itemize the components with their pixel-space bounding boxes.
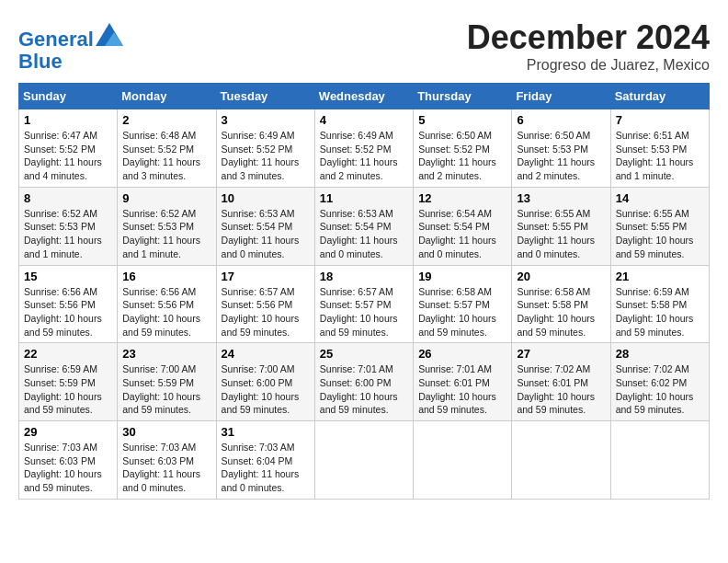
page-header: GeneralBlue December 2024 Progreso de Ju… [18, 18, 710, 74]
day-number: 7 [616, 113, 704, 127]
day-number: 30 [122, 425, 210, 439]
day-info: Sunrise: 6:53 AM Sunset: 5:54 PM Dayligh… [320, 207, 408, 261]
day-info: Sunrise: 6:52 AM Sunset: 5:53 PM Dayligh… [24, 207, 112, 261]
table-row: 11Sunrise: 6:53 AM Sunset: 5:54 PM Dayli… [314, 187, 413, 265]
table-row: 5Sunrise: 6:50 AM Sunset: 5:52 PM Daylig… [414, 109, 512, 188]
table-row: 24Sunrise: 7:00 AM Sunset: 6:00 PM Dayli… [216, 343, 314, 421]
day-info: Sunrise: 6:48 AM Sunset: 5:52 PM Dayligh… [122, 129, 210, 183]
calendar-week-5: 29Sunrise: 7:03 AM Sunset: 6:03 PM Dayli… [19, 421, 710, 500]
day-number: 24 [222, 347, 310, 361]
calendar-week-2: 8Sunrise: 6:52 AM Sunset: 5:53 PM Daylig… [19, 187, 710, 265]
col-sunday: Sunday [19, 84, 118, 109]
day-info: Sunrise: 6:49 AM Sunset: 5:52 PM Dayligh… [222, 129, 310, 183]
day-number: 29 [24, 425, 112, 439]
day-number: 2 [122, 113, 210, 127]
day-number: 8 [24, 191, 112, 205]
day-info: Sunrise: 6:58 AM Sunset: 5:57 PM Dayligh… [418, 285, 506, 339]
day-info: Sunrise: 6:51 AM Sunset: 5:53 PM Dayligh… [616, 129, 704, 183]
day-info: Sunrise: 7:02 AM Sunset: 6:02 PM Dayligh… [616, 362, 704, 417]
day-number: 25 [320, 347, 408, 361]
day-info: Sunrise: 7:03 AM Sunset: 6:03 PM Dayligh… [24, 441, 112, 495]
day-number: 31 [222, 425, 310, 439]
table-row: 17Sunrise: 6:57 AM Sunset: 5:56 PM Dayli… [216, 265, 314, 343]
day-number: 16 [122, 270, 210, 283]
table-row: 7Sunrise: 6:51 AM Sunset: 5:53 PM Daylig… [610, 109, 709, 188]
table-row: 25Sunrise: 7:01 AM Sunset: 6:00 PM Dayli… [314, 343, 413, 421]
logo-text: GeneralBlue [18, 23, 123, 73]
day-number: 14 [616, 191, 704, 205]
day-number: 1 [24, 113, 112, 127]
day-info: Sunrise: 6:54 AM Sunset: 5:54 PM Dayligh… [418, 207, 506, 261]
day-info: Sunrise: 7:03 AM Sunset: 6:04 PM Dayligh… [222, 441, 310, 495]
table-row: 13Sunrise: 6:55 AM Sunset: 5:55 PM Dayli… [512, 187, 610, 265]
day-number: 12 [418, 191, 506, 205]
day-info: Sunrise: 7:01 AM Sunset: 6:01 PM Dayligh… [418, 362, 506, 417]
table-row: 15Sunrise: 6:56 AM Sunset: 5:56 PM Dayli… [19, 265, 118, 343]
day-number: 10 [222, 191, 310, 205]
table-row [414, 421, 512, 500]
day-number: 17 [222, 270, 310, 283]
day-info: Sunrise: 6:56 AM Sunset: 5:56 PM Dayligh… [122, 285, 210, 339]
day-info: Sunrise: 7:00 AM Sunset: 6:00 PM Dayligh… [222, 362, 310, 417]
col-monday: Monday [118, 84, 216, 109]
table-row [314, 421, 413, 500]
day-info: Sunrise: 6:58 AM Sunset: 5:58 PM Dayligh… [517, 285, 605, 339]
table-row: 31Sunrise: 7:03 AM Sunset: 6:04 PM Dayli… [216, 421, 314, 500]
day-number: 23 [122, 347, 210, 361]
day-number: 11 [320, 191, 408, 205]
day-number: 27 [517, 347, 605, 361]
day-info: Sunrise: 6:55 AM Sunset: 5:55 PM Dayligh… [616, 207, 704, 261]
day-info: Sunrise: 6:50 AM Sunset: 5:52 PM Dayligh… [418, 129, 506, 183]
table-row [610, 421, 709, 500]
logo: GeneralBlue [18, 23, 123, 73]
table-row: 28Sunrise: 7:02 AM Sunset: 6:02 PM Dayli… [610, 343, 709, 421]
day-info: Sunrise: 7:01 AM Sunset: 6:00 PM Dayligh… [320, 362, 408, 417]
calendar-week-1: 1Sunrise: 6:47 AM Sunset: 5:52 PM Daylig… [19, 109, 710, 188]
table-row: 8Sunrise: 6:52 AM Sunset: 5:53 PM Daylig… [19, 187, 118, 265]
col-thursday: Thursday [414, 84, 512, 109]
table-row: 23Sunrise: 7:00 AM Sunset: 5:59 PM Dayli… [118, 343, 216, 421]
day-info: Sunrise: 6:52 AM Sunset: 5:53 PM Dayligh… [122, 207, 210, 261]
table-row: 30Sunrise: 7:03 AM Sunset: 6:03 PM Dayli… [118, 421, 216, 500]
day-number: 4 [320, 113, 408, 127]
header-row: Sunday Monday Tuesday Wednesday Thursday… [19, 84, 710, 109]
day-info: Sunrise: 7:02 AM Sunset: 6:01 PM Dayligh… [517, 362, 605, 417]
table-row: 26Sunrise: 7:01 AM Sunset: 6:01 PM Dayli… [414, 343, 512, 421]
table-row: 14Sunrise: 6:55 AM Sunset: 5:55 PM Dayli… [610, 187, 709, 265]
table-row: 3Sunrise: 6:49 AM Sunset: 5:52 PM Daylig… [216, 109, 314, 188]
table-row: 20Sunrise: 6:58 AM Sunset: 5:58 PM Dayli… [512, 265, 610, 343]
table-row: 1Sunrise: 6:47 AM Sunset: 5:52 PM Daylig… [19, 109, 118, 188]
day-info: Sunrise: 6:56 AM Sunset: 5:56 PM Dayligh… [24, 285, 112, 339]
day-info: Sunrise: 6:55 AM Sunset: 5:55 PM Dayligh… [517, 207, 605, 261]
day-number: 21 [616, 270, 704, 283]
table-row: 22Sunrise: 6:59 AM Sunset: 5:59 PM Dayli… [19, 343, 118, 421]
day-info: Sunrise: 6:47 AM Sunset: 5:52 PM Dayligh… [24, 129, 112, 183]
col-tuesday: Tuesday [216, 84, 314, 109]
col-wednesday: Wednesday [314, 84, 413, 109]
table-row: 19Sunrise: 6:58 AM Sunset: 5:57 PM Dayli… [414, 265, 512, 343]
table-row: 16Sunrise: 6:56 AM Sunset: 5:56 PM Dayli… [118, 265, 216, 343]
col-saturday: Saturday [610, 84, 709, 109]
day-info: Sunrise: 6:57 AM Sunset: 5:56 PM Dayligh… [222, 285, 310, 339]
day-info: Sunrise: 6:59 AM Sunset: 5:59 PM Dayligh… [24, 362, 112, 417]
table-row: 12Sunrise: 6:54 AM Sunset: 5:54 PM Dayli… [414, 187, 512, 265]
day-number: 6 [517, 113, 605, 127]
day-info: Sunrise: 6:59 AM Sunset: 5:58 PM Dayligh… [616, 285, 704, 339]
table-row [512, 421, 610, 500]
location-title: Progreso de Juarez, Mexico [467, 57, 710, 74]
title-block: December 2024 Progreso de Juarez, Mexico [467, 18, 710, 74]
calendar-week-3: 15Sunrise: 6:56 AM Sunset: 5:56 PM Dayli… [19, 265, 710, 343]
day-info: Sunrise: 6:57 AM Sunset: 5:57 PM Dayligh… [320, 285, 408, 339]
col-friday: Friday [512, 84, 610, 109]
day-number: 15 [24, 270, 112, 283]
day-info: Sunrise: 6:50 AM Sunset: 5:53 PM Dayligh… [517, 129, 605, 183]
day-number: 28 [616, 347, 704, 361]
day-info: Sunrise: 7:03 AM Sunset: 6:03 PM Dayligh… [122, 441, 210, 495]
day-number: 13 [517, 191, 605, 205]
table-row: 6Sunrise: 6:50 AM Sunset: 5:53 PM Daylig… [512, 109, 610, 188]
table-row: 18Sunrise: 6:57 AM Sunset: 5:57 PM Dayli… [314, 265, 413, 343]
calendar-table: Sunday Monday Tuesday Wednesday Thursday… [18, 83, 710, 500]
day-number: 19 [418, 270, 506, 283]
calendar-body: 1Sunrise: 6:47 AM Sunset: 5:52 PM Daylig… [19, 109, 710, 500]
day-number: 20 [517, 270, 605, 283]
